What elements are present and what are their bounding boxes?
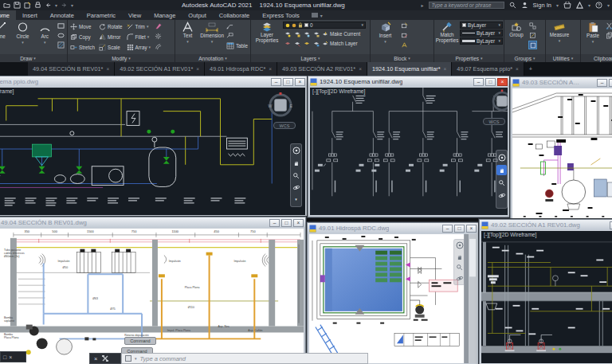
orbit-icon[interactable] bbox=[291, 182, 301, 192]
tab-insert[interactable]: Insert bbox=[16, 10, 44, 20]
minimize-button[interactable]: – bbox=[442, 225, 453, 233]
wcs-control[interactable]: WCS bbox=[273, 122, 296, 129]
plot-icon[interactable] bbox=[34, 2, 41, 9]
utilities-panel-label[interactable]: Utilities▾ bbox=[546, 54, 580, 62]
text-button[interactable]: Text ▾ bbox=[177, 22, 198, 44]
navbar-more-icon[interactable]: ▾ bbox=[291, 195, 301, 205]
tab-parametric[interactable]: Parametric bbox=[80, 10, 122, 20]
viewcube[interactable]: W E bbox=[267, 92, 294, 119]
save-as-icon[interactable] bbox=[24, 2, 31, 9]
zoom-icon[interactable] bbox=[496, 178, 507, 188]
zoom-icon[interactable] bbox=[291, 170, 301, 180]
maximize-button[interactable]: □ bbox=[485, 78, 496, 86]
open-icon[interactable] bbox=[3, 2, 10, 9]
create-block-tool-icon[interactable] bbox=[400, 22, 409, 30]
undo-icon[interactable] bbox=[45, 2, 52, 9]
lineweight-select[interactable]: ByLayer▾ bbox=[460, 37, 503, 45]
scale-button[interactable]: Scale bbox=[98, 42, 124, 53]
offset-tool-icon[interactable] bbox=[154, 42, 163, 51]
move-button[interactable]: Move bbox=[69, 22, 96, 32]
navigation-wheel-icon[interactable] bbox=[454, 241, 465, 250]
seccion-a2-viewport[interactable] bbox=[512, 88, 612, 220]
file-tab-esquema-unifilar[interactable]: 1924.10 Esquema unifilar*× bbox=[367, 62, 452, 76]
tab-view[interactable]: View bbox=[122, 10, 147, 20]
tab-express-tools[interactable]: Express Tools bbox=[256, 10, 306, 20]
group-edit-tool-icon[interactable] bbox=[528, 31, 537, 40]
file-tab-hidrospa[interactable]: 49.01 Hidrospá RDC*× bbox=[205, 62, 277, 76]
hatch-tool-icon[interactable] bbox=[57, 41, 65, 49]
explode-tool-icon[interactable] bbox=[154, 32, 163, 41]
layer-unlock-tool-icon[interactable] bbox=[283, 39, 292, 48]
group-button[interactable]: Group bbox=[506, 22, 527, 38]
seccion-b-viewport[interactable]: 350 500 1500 750 1100 450 750 bbox=[0, 229, 304, 364]
command-line-grip[interactable]: × bbox=[89, 353, 121, 364]
edit-block-tool-icon[interactable] bbox=[400, 31, 409, 40]
window-esquema-unifilar-titlebar[interactable]: 1924.10 Esquema unifilar.dwg – □ × bbox=[308, 76, 509, 87]
properties-panel-label[interactable]: Properties▾ bbox=[434, 54, 504, 62]
search-input[interactable] bbox=[429, 2, 504, 9]
dimension-button[interactable]: Dimension ▾ bbox=[200, 22, 224, 44]
erase-tool-icon[interactable] bbox=[154, 22, 163, 30]
layer-freeze-tool-icon[interactable] bbox=[302, 29, 311, 38]
viewport-controls[interactable]: [-][Top][2D Wireframe] bbox=[484, 232, 536, 237]
orbit-icon[interactable] bbox=[496, 190, 507, 201]
esquema-ppio-viewport[interactable]: [-][Top][2D Wireframe] bbox=[0, 88, 305, 215]
stretch-button[interactable]: Stretch bbox=[69, 42, 96, 53]
navigation-wheel-icon[interactable] bbox=[291, 146, 301, 155]
close-tab-icon[interactable]: × bbox=[106, 66, 109, 72]
close-button[interactable]: × bbox=[293, 219, 304, 227]
minimize-button[interactable]: – bbox=[271, 78, 281, 86]
redo-icon[interactable] bbox=[61, 2, 68, 9]
match-properties-button[interactable]: Match Properties bbox=[436, 22, 458, 43]
window-hidrospa-titlebar[interactable]: 49.01 Hidrospá RDC.dwg – □ × bbox=[308, 223, 478, 233]
tab-collaborate[interactable]: Collaborate bbox=[213, 10, 256, 20]
group-selection-toggle-icon[interactable] bbox=[528, 41, 537, 49]
esquema-unifilar-viewport[interactable]: [-][Top][2D Wireframe] bbox=[310, 88, 508, 215]
floating-command-box[interactable]: Command bbox=[124, 337, 156, 345]
close-tab-icon[interactable]: × bbox=[444, 66, 447, 72]
tab-annotate[interactable]: Annotate bbox=[44, 10, 80, 20]
mirror-button[interactable]: Mirror bbox=[98, 32, 124, 42]
orbit-icon[interactable] bbox=[454, 274, 465, 283]
multileader-tool-icon[interactable] bbox=[226, 31, 234, 40]
groups-panel-label[interactable]: Groups▾ bbox=[504, 54, 545, 62]
paste-button[interactable]: Paste ▾ bbox=[583, 22, 603, 44]
close-button[interactable]: × bbox=[466, 225, 477, 233]
maximize-button[interactable]: □ bbox=[454, 225, 465, 233]
modify-panel-label[interactable]: Modify▾ bbox=[68, 54, 175, 62]
search-chevron-icon[interactable]: ▸ bbox=[422, 2, 424, 8]
layer-unisolate-tool-icon[interactable] bbox=[292, 39, 301, 48]
copy-clip-tool-icon[interactable] bbox=[605, 31, 612, 40]
tab-output[interactable]: Output bbox=[182, 10, 213, 20]
minimize-button[interactable]: – bbox=[473, 78, 484, 86]
block-panel-label[interactable]: Block▾ bbox=[371, 54, 434, 62]
layer-isolate-tool-icon[interactable] bbox=[292, 29, 301, 38]
object-color-select[interactable]: ByLayer▾ bbox=[460, 22, 503, 29]
close-tab-icon[interactable]: × bbox=[359, 66, 362, 72]
customize-tools-icon[interactable] bbox=[101, 354, 109, 362]
arc-button[interactable]: Arc ▾ bbox=[34, 22, 55, 45]
featured-apps-icon[interactable]: ▾ bbox=[306, 10, 328, 20]
measure-button[interactable]: Measure ▾ bbox=[547, 22, 571, 43]
file-tab-seccion-b[interactable]: 49.04 SECCIÓN B REV01*× bbox=[28, 62, 115, 76]
sign-in-caret-icon[interactable]: ▾ bbox=[556, 2, 559, 8]
tab-home[interactable]: Home bbox=[0, 10, 16, 20]
table-button[interactable]: Table bbox=[226, 41, 249, 51]
leader-tool-icon[interactable] bbox=[226, 22, 234, 30]
pan-icon[interactable] bbox=[291, 158, 301, 167]
rotate-button[interactable]: Rotate bbox=[98, 22, 124, 32]
viewport-controls[interactable]: [-][Top][2D Wireframe] bbox=[312, 88, 365, 94]
close-tab-icon[interactable]: × bbox=[269, 66, 272, 72]
insert-button[interactable]: Insert ▾ bbox=[372, 22, 398, 44]
close-tab-icon[interactable]: × bbox=[516, 66, 519, 72]
window-seccion-a1-titlebar[interactable]: 49.02 SECCIÓN A1 REV01.dwg – bbox=[480, 220, 612, 230]
layer-properties-button[interactable]: Layer Properties bbox=[253, 22, 281, 43]
minimize-button[interactable]: – bbox=[597, 79, 607, 87]
seccion-a1-viewport[interactable]: [-][Top][2D Wireframe] bbox=[481, 231, 612, 363]
viewport-controls[interactable]: [-][Top][2D Wireframe] bbox=[0, 88, 14, 94]
navigation-wheel-icon[interactable] bbox=[496, 152, 507, 162]
layer-lock-tool-icon[interactable] bbox=[312, 29, 320, 38]
rectangle-tool-icon[interactable] bbox=[57, 22, 65, 30]
close-command-icon[interactable]: × bbox=[94, 355, 97, 362]
linetype-select[interactable]: ByLayer▾ bbox=[460, 29, 503, 37]
